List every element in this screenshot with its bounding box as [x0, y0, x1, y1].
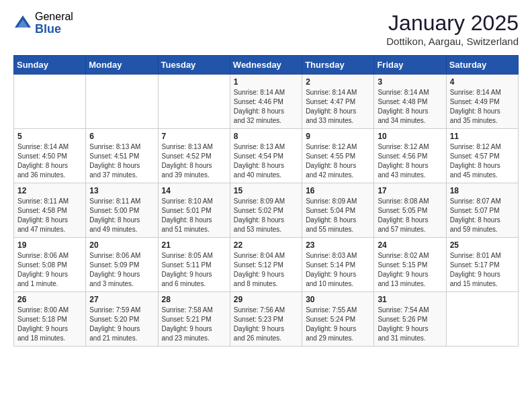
day-info: Sunrise: 8:13 AM Sunset: 4:54 PM Dayligh… — [234, 142, 298, 180]
day-number: 8 — [234, 132, 298, 141]
day-number: 15 — [234, 186, 298, 195]
calendar-cell: 18Sunrise: 8:07 AM Sunset: 5:07 PM Dayli… — [446, 183, 518, 238]
day-number: 23 — [306, 240, 370, 250]
day-info: Sunrise: 8:06 AM Sunset: 5:08 PM Dayligh… — [17, 251, 82, 289]
weekday-header-saturday: Saturday — [446, 56, 518, 75]
day-number: 17 — [378, 186, 442, 195]
day-number: 7 — [162, 132, 226, 141]
calendar-cell — [86, 75, 158, 129]
weekday-header-sunday: Sunday — [14, 56, 86, 75]
day-info: Sunrise: 8:01 AM Sunset: 5:17 PM Dayligh… — [450, 251, 515, 289]
calendar-table: SundayMondayTuesdayWednesdayThursdayFrid… — [13, 55, 519, 347]
calendar-week-row: 12Sunrise: 8:11 AM Sunset: 4:58 PM Dayli… — [14, 183, 519, 238]
day-number: 18 — [450, 186, 515, 195]
calendar-cell: 27Sunrise: 7:59 AM Sunset: 5:20 PM Dayli… — [86, 292, 158, 347]
calendar-cell: 8Sunrise: 8:13 AM Sunset: 4:54 PM Daylig… — [230, 129, 302, 183]
day-info: Sunrise: 8:09 AM Sunset: 5:02 PM Dayligh… — [234, 197, 298, 234]
calendar-cell: 6Sunrise: 8:13 AM Sunset: 4:51 PM Daylig… — [86, 129, 158, 183]
calendar-cell: 26Sunrise: 8:00 AM Sunset: 5:18 PM Dayli… — [14, 292, 86, 347]
calendar-cell: 25Sunrise: 8:01 AM Sunset: 5:17 PM Dayli… — [446, 238, 518, 292]
day-info: Sunrise: 8:03 AM Sunset: 5:14 PM Dayligh… — [306, 251, 370, 289]
day-number: 25 — [450, 240, 515, 250]
calendar-cell: 24Sunrise: 8:02 AM Sunset: 5:15 PM Dayli… — [374, 238, 446, 292]
month-title: January 2025 — [386, 11, 519, 36]
calendar-cell: 5Sunrise: 8:14 AM Sunset: 4:50 PM Daylig… — [14, 129, 86, 183]
calendar-cell: 15Sunrise: 8:09 AM Sunset: 5:02 PM Dayli… — [230, 183, 302, 238]
day-number: 5 — [17, 132, 82, 141]
weekday-header-row: SundayMondayTuesdayWednesdayThursdayFrid… — [14, 56, 519, 75]
day-number: 29 — [234, 295, 298, 304]
day-info: Sunrise: 8:05 AM Sunset: 5:11 PM Dayligh… — [162, 251, 226, 289]
calendar-cell: 7Sunrise: 8:13 AM Sunset: 4:52 PM Daylig… — [158, 129, 230, 183]
day-number: 19 — [17, 240, 82, 250]
day-info: Sunrise: 7:56 AM Sunset: 5:23 PM Dayligh… — [234, 306, 298, 343]
weekday-header-thursday: Thursday — [302, 56, 374, 75]
calendar-cell: 21Sunrise: 8:05 AM Sunset: 5:11 PM Dayli… — [158, 238, 230, 292]
calendar-cell: 31Sunrise: 7:54 AM Sunset: 5:26 PM Dayli… — [374, 292, 446, 347]
calendar-cell: 22Sunrise: 8:04 AM Sunset: 5:12 PM Dayli… — [230, 238, 302, 292]
day-number: 12 — [17, 186, 82, 195]
day-number: 2 — [306, 77, 370, 87]
calendar-cell: 12Sunrise: 8:11 AM Sunset: 4:58 PM Dayli… — [14, 183, 86, 238]
calendar-cell — [14, 75, 86, 129]
day-info: Sunrise: 8:14 AM Sunset: 4:46 PM Dayligh… — [234, 88, 298, 126]
day-number: 31 — [378, 295, 442, 304]
day-info: Sunrise: 8:11 AM Sunset: 4:58 PM Dayligh… — [17, 197, 82, 234]
day-info: Sunrise: 8:00 AM Sunset: 5:18 PM Dayligh… — [17, 306, 82, 343]
day-number: 3 — [378, 77, 442, 87]
calendar-cell: 28Sunrise: 7:58 AM Sunset: 5:21 PM Dayli… — [158, 292, 230, 347]
calendar-cell: 3Sunrise: 8:14 AM Sunset: 4:48 PM Daylig… — [374, 75, 446, 129]
day-info: Sunrise: 8:04 AM Sunset: 5:12 PM Dayligh… — [234, 251, 298, 289]
day-info: Sunrise: 7:59 AM Sunset: 5:20 PM Dayligh… — [89, 306, 154, 343]
calendar-cell: 10Sunrise: 8:12 AM Sunset: 4:56 PM Dayli… — [374, 129, 446, 183]
calendar-week-row: 5Sunrise: 8:14 AM Sunset: 4:50 PM Daylig… — [14, 129, 519, 183]
calendar-week-row: 26Sunrise: 8:00 AM Sunset: 5:18 PM Dayli… — [14, 292, 519, 347]
calendar-cell: 2Sunrise: 8:14 AM Sunset: 4:47 PM Daylig… — [302, 75, 374, 129]
location: Dottikon, Aargau, Switzerland — [386, 36, 519, 47]
day-number: 24 — [378, 240, 442, 250]
day-info: Sunrise: 8:13 AM Sunset: 4:52 PM Dayligh… — [162, 142, 226, 180]
weekday-header-monday: Monday — [86, 56, 158, 75]
day-info: Sunrise: 8:13 AM Sunset: 4:51 PM Dayligh… — [89, 142, 154, 180]
weekday-header-tuesday: Tuesday — [158, 56, 230, 75]
calendar-cell: 14Sunrise: 8:10 AM Sunset: 5:01 PM Dayli… — [158, 183, 230, 238]
day-number: 10 — [378, 132, 442, 141]
day-info: Sunrise: 8:06 AM Sunset: 5:09 PM Dayligh… — [89, 251, 154, 289]
day-number: 28 — [162, 295, 226, 304]
day-number: 11 — [450, 132, 515, 141]
calendar-cell: 17Sunrise: 8:08 AM Sunset: 5:05 PM Dayli… — [374, 183, 446, 238]
calendar-week-row: 19Sunrise: 8:06 AM Sunset: 5:08 PM Dayli… — [14, 238, 519, 292]
logo-text: General Blue — [35, 11, 73, 36]
weekday-header-friday: Friday — [374, 56, 446, 75]
logo-general: General — [35, 11, 73, 23]
calendar-cell — [446, 292, 518, 347]
day-info: Sunrise: 7:55 AM Sunset: 5:24 PM Dayligh… — [306, 306, 370, 343]
day-info: Sunrise: 7:54 AM Sunset: 5:26 PM Dayligh… — [378, 306, 442, 343]
day-info: Sunrise: 8:14 AM Sunset: 4:50 PM Dayligh… — [17, 142, 82, 180]
day-info: Sunrise: 8:02 AM Sunset: 5:15 PM Dayligh… — [378, 251, 442, 289]
day-info: Sunrise: 8:12 AM Sunset: 4:55 PM Dayligh… — [306, 142, 370, 180]
title-block: January 2025 Dottikon, Aargau, Switzerla… — [386, 11, 519, 47]
day-number: 16 — [306, 186, 370, 195]
day-number: 13 — [89, 186, 154, 195]
day-number: 6 — [89, 132, 154, 141]
day-number: 14 — [162, 186, 226, 195]
calendar-cell: 23Sunrise: 8:03 AM Sunset: 5:14 PM Dayli… — [302, 238, 374, 292]
day-info: Sunrise: 8:08 AM Sunset: 5:05 PM Dayligh… — [378, 197, 442, 234]
calendar-cell — [158, 75, 230, 129]
calendar-cell: 11Sunrise: 8:12 AM Sunset: 4:57 PM Dayli… — [446, 129, 518, 183]
calendar-week-row: 1Sunrise: 8:14 AM Sunset: 4:46 PM Daylig… — [14, 75, 519, 129]
calendar-cell: 20Sunrise: 8:06 AM Sunset: 5:09 PM Dayli… — [86, 238, 158, 292]
day-info: Sunrise: 8:11 AM Sunset: 5:00 PM Dayligh… — [89, 197, 154, 234]
page-header: General Blue January 2025 Dottikon, Aarg… — [13, 11, 519, 47]
day-number: 4 — [450, 77, 515, 87]
day-number: 9 — [306, 132, 370, 141]
day-info: Sunrise: 8:12 AM Sunset: 4:56 PM Dayligh… — [378, 142, 442, 180]
logo-blue: Blue — [35, 23, 73, 36]
day-number: 26 — [17, 295, 82, 304]
logo-icon — [13, 14, 32, 33]
day-number: 30 — [306, 295, 370, 304]
day-info: Sunrise: 8:14 AM Sunset: 4:49 PM Dayligh… — [450, 88, 515, 126]
day-info: Sunrise: 7:58 AM Sunset: 5:21 PM Dayligh… — [162, 306, 226, 343]
calendar-cell: 16Sunrise: 8:09 AM Sunset: 5:04 PM Dayli… — [302, 183, 374, 238]
